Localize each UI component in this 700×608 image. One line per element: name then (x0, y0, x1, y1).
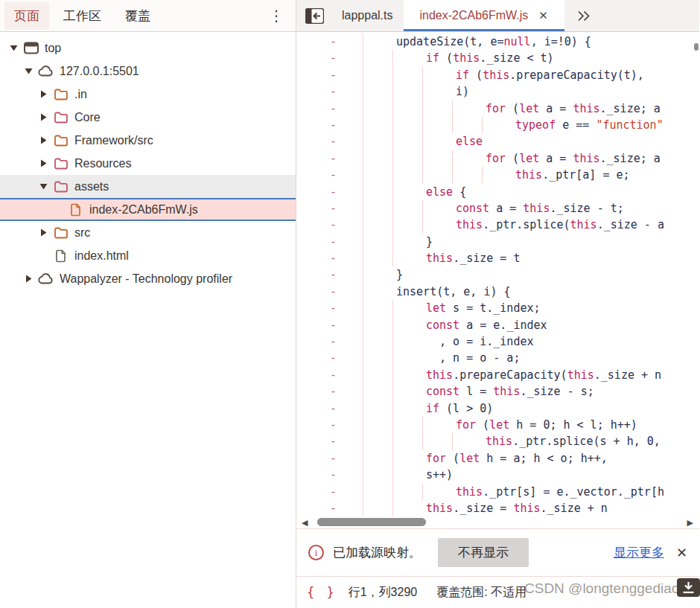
tree-item-label: src (74, 226, 90, 240)
code-line[interactable]: -else (296, 133, 699, 150)
indent-guide (392, 500, 422, 516)
editor-tab-index-2cab6fmw-js[interactable]: index-2CAb6FmW.js✕ (404, 0, 564, 31)
scroll-right-arrow-icon[interactable]: ▶ (687, 517, 693, 528)
tree-item-label: Wappalyzer - Technology profiler (60, 272, 232, 286)
indent-guide (363, 467, 392, 483)
gutter-dash: - (296, 467, 363, 483)
indent-guide (392, 433, 422, 449)
indent-guide (363, 350, 392, 366)
code-line[interactable]: -if (this.prepareCapacity(t), (296, 67, 699, 83)
indent-guide (363, 217, 392, 233)
indent-guide (363, 133, 392, 150)
hide-navigator-icon[interactable] (305, 8, 324, 24)
tree-item-core[interactable]: Core (0, 106, 296, 129)
code-line[interactable]: -const a = e._index (296, 317, 699, 333)
expander-right-icon[interactable] (21, 275, 36, 283)
gutter-dash: - (296, 50, 363, 66)
code-line[interactable]: -const a = this._size - t; (296, 200, 699, 217)
pretty-print-icon[interactable]: { } (307, 585, 337, 600)
code-line[interactable]: -this._ptr.splice(this._size - a (296, 217, 699, 233)
gutter-dash: - (296, 450, 363, 467)
code-line[interactable]: -} (296, 266, 699, 283)
code-line[interactable]: -for (let a = this._size; a (296, 100, 699, 117)
folder-icon (51, 89, 71, 100)
tree-item-resources[interactable]: Resources (0, 152, 296, 175)
indent-guide (392, 100, 422, 117)
code-text: updateSize(t, e=null, i=!0) { (392, 35, 591, 48)
expander-down-icon[interactable] (6, 45, 21, 51)
code-line[interactable]: -this._ptr.splice(s + h, 0, (296, 433, 699, 449)
code-line[interactable]: -this._ptr[s] = e._vector._ptr[h (296, 484, 699, 500)
indent-guide (363, 383, 392, 400)
expander-right-icon[interactable] (36, 159, 51, 167)
tree-item-label: index-2CAb6FmW.js (89, 203, 198, 217)
indent-guide (392, 333, 422, 350)
code-line[interactable]: -typeof e == "function" (296, 117, 699, 133)
expander-down-icon[interactable] (36, 183, 51, 190)
infobar-close-icon[interactable]: ✕ (676, 545, 687, 561)
code-line[interactable]: -updateSize(t, e=null, i=!0) { (296, 33, 699, 50)
tree-item-label: top (45, 42, 61, 55)
code-editor[interactable]: -updateSize(t, e=null, i=!0) {-if (this.… (296, 32, 699, 516)
gutter-dash: - (296, 150, 363, 167)
tree-item-framework-src[interactable]: Framework/src (0, 129, 296, 152)
code-line[interactable]: -this.prepareCapacity(this._size + n (296, 367, 699, 383)
code-line[interactable]: -this._size = this._size + n (296, 500, 699, 516)
more-tabs-icon[interactable] (576, 10, 591, 22)
code-line[interactable]: - , n = o - a; (296, 350, 699, 366)
navigator-tab-[interactable]: 覆盖 (115, 2, 160, 30)
editor-tab-lapppal-ts[interactable]: lapppal.ts (331, 0, 404, 31)
expander-right-icon[interactable] (36, 228, 51, 237)
code-line[interactable]: -insert(t, e, i) { (296, 284, 699, 300)
tree-item-assets[interactable]: assets (0, 175, 296, 198)
indent-guide (392, 484, 422, 500)
tree-item-src[interactable]: src (0, 221, 296, 244)
code-text: for (let a = this._size; a (482, 152, 661, 165)
code-line[interactable]: -for (let h = 0; h < l; h++) (296, 417, 699, 433)
vertical-scrollbar[interactable] (694, 43, 699, 51)
kebab-menu-icon[interactable]: ⋮ (269, 8, 296, 23)
navigator-tab-[interactable]: 工作区 (54, 2, 111, 30)
show-more-link[interactable]: 显示更多 (614, 544, 664, 561)
expander-right-icon[interactable] (36, 113, 51, 121)
code-line[interactable]: -const l = this._size - s; (296, 383, 699, 400)
indent-guide (422, 117, 452, 133)
gutter-dash: - (296, 284, 363, 300)
code-line[interactable]: -this._size = t (296, 250, 699, 266)
code-line[interactable]: -if (l > 0) (296, 400, 699, 417)
dont-show-again-button[interactable]: 不再显示 (438, 538, 529, 567)
tree-item-in[interactable]: .in (0, 83, 296, 106)
code-line[interactable]: -if (this._size < t) (296, 50, 699, 66)
indent-guide (363, 400, 392, 417)
navigator-tab-[interactable]: 页面 (4, 2, 49, 30)
code-text: } (392, 268, 403, 281)
tree-item-label: assets (74, 180, 109, 193)
editor-tabbar: lapppal.tsindex-2CAb6FmW.js✕ (296, 0, 699, 32)
code-line[interactable]: -this._ptr[a] = e; (296, 167, 699, 183)
tree-item-wappalyzer-technology-profiler[interactable]: Wappalyzer - Technology profiler (0, 267, 296, 290)
code-line[interactable]: -} (296, 234, 699, 250)
horizontal-scrollbar[interactable]: ◀ ▶ (296, 516, 699, 529)
code-line[interactable]: -else { (296, 184, 699, 200)
code-line[interactable]: -let s = t._index; (296, 300, 699, 316)
tree-item-index-2cab6fmw-js[interactable]: index-2CAb6FmW.js (0, 198, 296, 221)
gutter-dash: - (296, 234, 363, 250)
tree-item-index-html[interactable]: index.html (0, 244, 296, 267)
tree-item-top[interactable]: top (0, 36, 296, 60)
folder-icon (51, 227, 71, 239)
tab-close-icon[interactable]: ✕ (538, 9, 548, 22)
expander-down-icon[interactable] (21, 68, 36, 74)
cursor-position: 行1，列3290 (349, 585, 418, 601)
code-line[interactable]: -for (let h = a; h < o; h++, (296, 450, 699, 467)
navigator-tabbar: 页面工作区覆盖 ⋮ (0, 0, 296, 32)
code-line[interactable]: -i) (296, 83, 699, 100)
scroll-left-arrow-icon[interactable]: ◀ (302, 517, 308, 528)
expander-right-icon[interactable] (36, 90, 51, 98)
code-line[interactable]: -s++) (296, 467, 699, 483)
tree-item-127-0-0-1-5501[interactable]: 127.0.0.1:5501 (0, 60, 296, 83)
code-line[interactable]: -for (let a = this._size; a (296, 150, 699, 167)
code-text: this._ptr.splice(s + h, 0, (482, 435, 661, 448)
horizontal-scrollbar-thumb[interactable] (317, 518, 426, 526)
expander-right-icon[interactable] (36, 136, 51, 144)
code-line[interactable]: - , o = i._index (296, 333, 699, 350)
